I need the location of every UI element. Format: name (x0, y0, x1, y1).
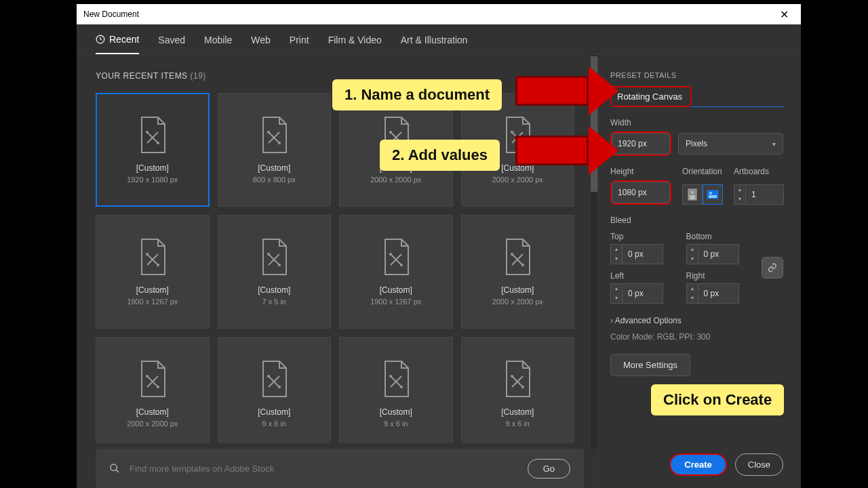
close-button[interactable]: Close (735, 453, 783, 476)
tab-print[interactable]: Print (290, 34, 309, 54)
bleed-bottom-label: Bottom (686, 232, 753, 241)
annotation-arrow-1 (515, 76, 589, 106)
card-dimensions: 9 x 6 in (506, 420, 530, 428)
left-panel: YOUR RECENT ITEMS (19) [Custom]1920 x 10… (77, 55, 597, 488)
chevron-down-icon: ▾ (772, 140, 776, 148)
document-icon (259, 116, 289, 154)
svg-point-48 (521, 386, 524, 388)
card-dimensions: 2000 x 2000 px (370, 176, 421, 184)
document-icon (381, 238, 411, 276)
artboards-input[interactable] (746, 184, 784, 205)
stock-search-bar: Go (96, 449, 584, 488)
card-dimensions: 1920 x 1080 px (127, 176, 178, 184)
preset-details-heading: PRESET DETAILS (610, 71, 783, 79)
svg-rect-56 (709, 195, 717, 198)
preset-card[interactable]: [Custom]1920 x 1080 px (96, 93, 210, 207)
document-icon (502, 238, 532, 276)
tab-recent[interactable]: Recent (96, 34, 139, 54)
orientation-portrait-button[interactable] (682, 184, 703, 205)
titlebar-title: New Document (83, 9, 139, 19)
annotation-arrow-2 (515, 136, 589, 165)
svg-point-55 (709, 192, 712, 195)
document-icon (138, 116, 167, 154)
document-icon (138, 360, 167, 398)
section-title-text: YOUR RECENT ITEMS (96, 71, 188, 81)
titlebar: New Document ✕ (77, 4, 801, 24)
card-dimensions: 1900 x 1267 px (370, 298, 421, 306)
card-dimensions: 1900 x 1267 px (127, 298, 178, 306)
tab-art-illustration[interactable]: Art & Illustration (401, 34, 468, 54)
preset-card[interactable]: [Custom]800 x 800 px (218, 93, 332, 207)
svg-point-49 (111, 464, 117, 470)
preset-card[interactable]: [Custom]7 x 5 in (218, 215, 332, 329)
advanced-options-toggle[interactable]: Advanced Options (610, 316, 783, 325)
units-value: Pixels (686, 139, 707, 148)
card-title: [Custom] (380, 407, 412, 417)
preset-card[interactable]: [Custom]9 x 6 in (461, 337, 575, 443)
bleed-right-stepper[interactable]: ▴▾ (686, 283, 698, 304)
svg-point-44 (400, 386, 403, 388)
bleed-bottom-stepper[interactable]: ▴▾ (686, 244, 698, 264)
svg-line-50 (116, 470, 119, 472)
bleed-left-label: Left (610, 271, 677, 281)
create-button[interactable]: Create (671, 455, 725, 474)
artboards-stepper[interactable]: ▴▾ (734, 184, 746, 205)
bleed-left-stepper[interactable]: ▴▾ (610, 283, 623, 304)
preset-card[interactable]: [Custom]1900 x 1267 px (96, 215, 210, 329)
svg-point-4 (157, 142, 159, 144)
card-dimensions: 9 x 6 in (384, 420, 408, 428)
preset-card[interactable]: [Custom]2000 x 2000 px (96, 337, 210, 443)
bleed-left-input[interactable] (623, 283, 663, 304)
svg-point-3 (146, 131, 149, 134)
card-dimensions: 2000 x 2000 px (127, 420, 178, 428)
preset-card[interactable]: [Custom]9 x 6 in (339, 337, 453, 443)
document-name-input[interactable] (614, 87, 688, 106)
svg-point-23 (267, 253, 270, 256)
svg-point-52 (691, 191, 694, 194)
bleed-top-label: Top (610, 232, 677, 241)
tab-web[interactable]: Web (251, 34, 271, 54)
tab-saved[interactable]: Saved (158, 34, 185, 54)
document-icon (381, 360, 411, 398)
preset-card[interactable]: [Custom]2000 x 2000 px (461, 215, 575, 329)
more-settings-button[interactable]: More Settings (610, 354, 690, 376)
card-title: [Custom] (258, 285, 290, 295)
svg-point-43 (389, 375, 392, 378)
bleed-bottom-input[interactable] (698, 244, 739, 264)
width-input[interactable] (612, 133, 670, 155)
height-input[interactable] (612, 182, 670, 203)
section-count: (19) (190, 71, 205, 81)
preset-grid: [Custom]1920 x 1080 px[Custom]800 x 800 … (96, 93, 584, 443)
card-title: [Custom] (501, 407, 534, 417)
clock-icon (96, 35, 105, 44)
card-dimensions: 800 x 800 px (253, 176, 296, 184)
annotation-step2: 2. Add values (380, 140, 500, 171)
stock-search-input[interactable] (130, 464, 518, 474)
bleed-right-input[interactable] (698, 283, 739, 304)
tab-film-video[interactable]: Film & Video (328, 34, 382, 54)
close-icon[interactable]: ✕ (774, 5, 794, 24)
go-button[interactable]: Go (528, 459, 570, 479)
orientation-landscape-button[interactable] (703, 184, 723, 205)
orientation-label: Orientation (682, 167, 723, 176)
svg-point-7 (267, 131, 270, 134)
link-bleed-button[interactable] (762, 257, 783, 279)
preset-card[interactable]: [Custom]1900 x 1267 px (339, 215, 453, 329)
units-select[interactable]: Pixels ▾ (678, 133, 783, 155)
card-title: [Custom] (136, 285, 169, 295)
tab-mobile[interactable]: Mobile (204, 34, 232, 54)
document-icon (138, 238, 167, 276)
svg-point-27 (389, 253, 392, 256)
card-title: [Custom] (136, 163, 169, 173)
svg-point-36 (157, 386, 159, 388)
bleed-top-stepper[interactable]: ▴▾ (610, 244, 623, 264)
svg-point-19 (146, 253, 149, 256)
svg-point-15 (511, 131, 513, 134)
card-title: [Custom] (258, 407, 290, 417)
bleed-top-input[interactable] (623, 244, 663, 264)
preset-card[interactable]: [Custom]9 x 6 in (218, 337, 332, 443)
height-label: Height (610, 167, 671, 176)
card-title: [Custom] (258, 163, 290, 173)
document-icon (259, 238, 289, 276)
svg-point-8 (278, 142, 281, 144)
